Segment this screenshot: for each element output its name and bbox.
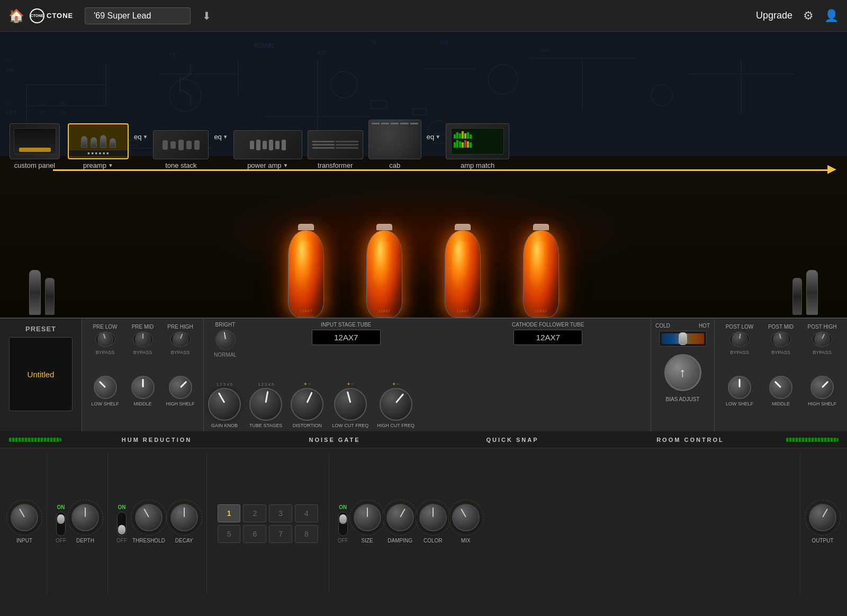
snap-btn-6[interactable]: 6 (243, 525, 266, 543)
tube-3[interactable]: 12AX7 Positivegrid (445, 224, 481, 318)
amp-controls-center: BRIGHT NORMAL INPUT STAGE TUBE 12AX7 CAT… (204, 319, 651, 431)
cab-gold-strip (19, 148, 51, 152)
cathode-tube-column: CATHODE FOLLOWER TUBE 12AX7 (450, 322, 647, 345)
preset-name-display[interactable]: '69 Super Lead (85, 7, 191, 24)
tube-1[interactable]: 12AX7 Positivegrid ↓ (288, 224, 324, 318)
upgrade-button[interactable]: Upgrade (756, 10, 792, 21)
chain-item-cab[interactable]: cab (368, 120, 421, 169)
tube-4-body: 12AX7 Positivegrid (523, 230, 559, 318)
snap-btn-3[interactable]: 3 (269, 504, 292, 522)
post-high-header: POST HIGH (806, 324, 838, 330)
tube-4[interactable]: 12AX7 Positivegrid (523, 224, 559, 318)
home-icon[interactable]: 🏠 (8, 8, 24, 23)
chain-item-amp-match[interactable]: amp match (446, 123, 509, 169)
eq2-label: eq (214, 133, 221, 141)
snap-btn-4[interactable]: 4 (295, 504, 318, 522)
tube-2[interactable]: 12AX7 Positivegrid (366, 224, 402, 318)
input-tube-column: INPUT STAGE TUBE 12AX7 (248, 322, 445, 345)
snap-btn-5[interactable]: 5 (218, 525, 241, 543)
svg-rect-17 (371, 101, 386, 108)
input-knob[interactable] (11, 504, 38, 531)
input-stage-tube-selector[interactable]: 12AX7 (312, 330, 381, 345)
bottom-controls-row: INPUT ON OFF DEPTH O (0, 448, 847, 599)
preamp-image: ■ ■ ■ ■ ■ ■ (68, 123, 129, 159)
pre-middle-knob[interactable] (131, 376, 155, 399)
cab-image (368, 120, 421, 159)
chain-item-power-amp[interactable]: power amp▼ (233, 130, 302, 169)
chain-item-transformer[interactable]: transformer (308, 130, 363, 169)
room-color-knob[interactable] (419, 504, 447, 531)
preset-box[interactable]: Untitled (9, 337, 73, 411)
gain-knob-column: 12345 GAIN KNOB (208, 382, 241, 428)
cathode-follower-tube-selector[interactable]: 12AX7 (513, 330, 582, 345)
pre-mid-bypass-knob[interactable] (133, 332, 153, 347)
distortion-column: +− DISTORTION (291, 381, 323, 428)
quick-snap-label: QUICK SNAP (424, 437, 601, 443)
output-knob[interactable] (809, 504, 836, 531)
side-tube-left-2 (45, 278, 55, 315)
post-mid-bypass-knob[interactable] (771, 332, 791, 347)
settings-icon[interactable]: ⚙ (803, 9, 814, 23)
room-mix-label: MIX (461, 538, 471, 543)
chain-item-preamp[interactable]: ■ ■ ■ ■ ■ ■ preamp▼ (68, 123, 129, 169)
bright-knob[interactable] (215, 330, 236, 350)
noise-toggle[interactable] (117, 512, 127, 536)
snap-btn-8[interactable]: 8 (295, 525, 318, 543)
bias-adjust-knob[interactable] (664, 354, 701, 391)
pre-section: PRE LOW PRE MID PRE HIGH BYPASS (82, 319, 204, 431)
post-high-shelf-knob[interactable] (810, 376, 834, 399)
chain-item-eq1[interactable]: eq▼ (134, 133, 148, 169)
post-high-shelf-label: HIGH SHELF (808, 401, 836, 406)
chain-item-eq2[interactable]: eq▼ (214, 133, 228, 169)
room-mix-knob[interactable] (452, 504, 480, 531)
pre-high-bypass-knob[interactable] (170, 332, 191, 347)
output-label: OUTPUT (812, 538, 833, 543)
room-damping-knob[interactable] (386, 504, 414, 531)
distortion-knob[interactable] (291, 388, 323, 421)
pre-low-bypass-label: BYPASS (89, 350, 121, 355)
hum-reduction-section: ON OFF DEPTH (51, 504, 103, 543)
snap-btn-7[interactable]: 7 (269, 525, 292, 543)
svg-point-7 (331, 71, 357, 98)
chain-item-tone-stack[interactable]: tone stack (153, 130, 209, 169)
post-high-bypass-label: BYPASS (806, 350, 838, 355)
post-low-bypass-knob[interactable] (729, 332, 750, 347)
post-middle-knob[interactable] (769, 376, 792, 399)
post-low-shelf-knob[interactable] (728, 376, 751, 399)
noise-decay-knob[interactable] (170, 504, 198, 531)
svg-point-8 (488, 65, 518, 94)
gain-knob[interactable] (208, 388, 241, 421)
tube-stages-knob[interactable] (249, 388, 282, 421)
low-cut-label: LOW CUT FREQ (332, 423, 368, 428)
room-size-knob[interactable] (354, 504, 381, 531)
post-high-bypass-knob[interactable] (812, 332, 832, 347)
pre-low-bypass-knob[interactable] (95, 332, 115, 347)
tube-4-top (533, 224, 549, 230)
download-icon[interactable]: ⬇ (202, 10, 211, 22)
led-bar-right (786, 438, 839, 442)
chain-item-eq3[interactable]: eq▼ (427, 133, 440, 169)
chain-item-custom-panel[interactable]: custom panel (10, 123, 60, 169)
low-cut-knob[interactable] (334, 388, 367, 421)
bright-header: BRIGHT (215, 322, 236, 328)
room-off-label: OFF (338, 538, 348, 543)
noise-gate-label: NOISE GATE (246, 437, 424, 443)
pre-high-shelf-knob[interactable] (169, 376, 192, 399)
post-mid-header: POST MID (765, 324, 797, 330)
room-color-label: COLOR (424, 538, 443, 543)
hum-depth-knob[interactable] (71, 504, 99, 531)
bottom-section-wrapper: HUM REDUCTION NOISE GATE QUICK SNAP ROOM… (0, 431, 847, 616)
user-icon[interactable]: 👤 (824, 9, 839, 23)
snap-btn-2[interactable]: 2 (243, 504, 266, 522)
snap-btn-1[interactable]: 1 (218, 504, 241, 522)
pre-low-shelf-knob[interactable] (94, 376, 117, 399)
noise-threshold-knob[interactable] (135, 504, 163, 531)
top-bar-right: Upgrade ⚙ 👤 (756, 9, 839, 23)
logo: CTONE CTONE (30, 8, 73, 23)
pre-mid-header: PRE MID (127, 324, 159, 330)
noise-decay-label: DECAY (175, 538, 193, 543)
high-cut-knob[interactable] (380, 388, 412, 421)
hum-toggle[interactable] (56, 512, 66, 536)
room-toggle[interactable] (338, 512, 348, 536)
tube-3-top (455, 224, 471, 230)
